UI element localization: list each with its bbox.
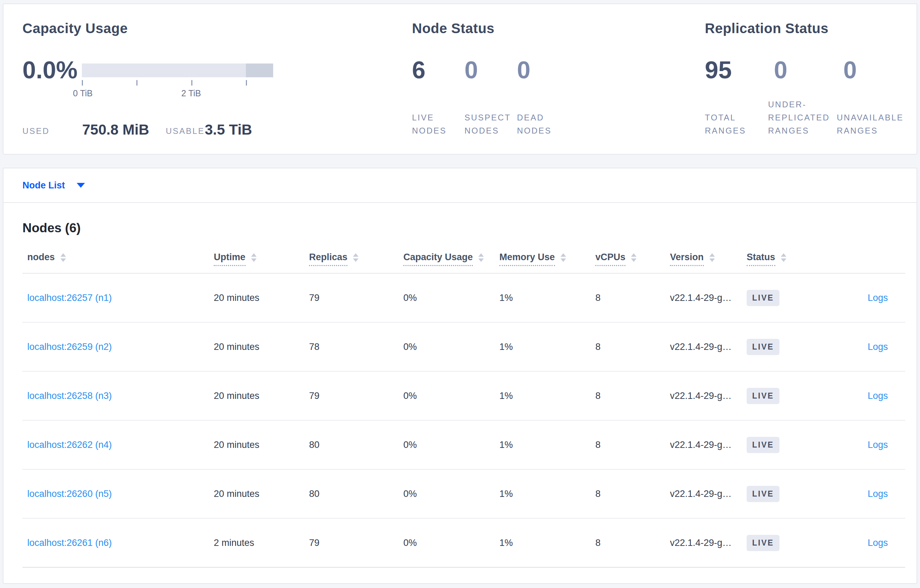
capacity-cell: 0% xyxy=(403,371,499,420)
suspect-nodes-value: 0 xyxy=(465,58,478,82)
vcpus-cell: 8 xyxy=(595,322,670,371)
replicas-cell: 79 xyxy=(309,518,403,567)
node-link[interactable]: localhost:26262 (n4) xyxy=(27,439,112,450)
dead-nodes-value: 0 xyxy=(517,58,530,82)
dead-nodes-label: DEAD NODES xyxy=(517,111,552,137)
nodes-table-section: Nodes (6) nodes Uptime Replicas Capacity… xyxy=(3,221,917,568)
replicas-cell: 79 xyxy=(309,371,403,420)
sort-icon[interactable] xyxy=(251,253,257,262)
sort-icon[interactable] xyxy=(781,253,786,262)
version-cell: v22.1.4-29-g… xyxy=(670,322,747,371)
table-row: localhost:26262 (n4) 20 minutes 80 0% 1%… xyxy=(23,420,905,469)
column-header-status[interactable]: Status xyxy=(747,252,775,266)
logs-link[interactable]: Logs xyxy=(868,342,888,352)
vcpus-cell: 8 xyxy=(595,469,670,518)
node-list-dropdown[interactable]: Node List xyxy=(3,168,917,203)
capacity-usage-title: Capacity Usage xyxy=(23,21,128,36)
version-cell: v22.1.4-29-g… xyxy=(670,420,747,469)
column-header-capacity-usage[interactable]: Capacity Usage xyxy=(403,252,473,266)
column-header-uptime[interactable]: Uptime xyxy=(214,252,246,266)
vcpus-cell: 8 xyxy=(595,420,670,469)
memory-cell: 1% xyxy=(499,420,595,469)
total-ranges-label: TOTAL RANGES xyxy=(705,111,746,137)
memory-cell: 1% xyxy=(499,518,595,567)
unavailable-ranges-value: 0 xyxy=(843,58,857,82)
logs-link[interactable]: Logs xyxy=(868,489,888,499)
status-badge: LIVE xyxy=(747,486,779,502)
status-badge: LIVE xyxy=(747,388,779,404)
vcpus-cell: 8 xyxy=(595,518,670,567)
capacity-cell: 0% xyxy=(403,469,499,518)
sort-icon[interactable] xyxy=(353,253,358,262)
table-row: localhost:26261 (n6) 2 minutes 79 0% 1% … xyxy=(23,518,905,567)
sort-icon[interactable] xyxy=(560,253,566,262)
suspect-nodes-label: SUSPECT NODES xyxy=(465,111,511,137)
replicas-cell: 80 xyxy=(309,469,403,518)
table-row: localhost:26260 (n5) 20 minutes 80 0% 1%… xyxy=(23,469,905,518)
column-header-nodes[interactable]: nodes xyxy=(27,252,55,262)
sort-icon[interactable] xyxy=(478,253,484,262)
column-header-version[interactable]: Version xyxy=(670,252,704,266)
capacity-gauge: 0 TiB 2 TiB xyxy=(82,63,273,105)
version-cell: v22.1.4-29-g… xyxy=(670,469,747,518)
uptime-cell: 20 minutes xyxy=(214,322,309,371)
live-nodes-value: 6 xyxy=(412,58,426,82)
sort-icon[interactable] xyxy=(60,253,66,262)
version-cell: v22.1.4-29-g… xyxy=(670,518,747,567)
sort-icon[interactable] xyxy=(709,253,715,262)
node-list-dropdown-label[interactable]: Node List xyxy=(23,180,65,191)
node-link[interactable]: localhost:26257 (n1) xyxy=(27,292,112,303)
replicas-cell: 79 xyxy=(309,273,403,322)
capacity-cell: 0% xyxy=(403,420,499,469)
table-row: localhost:26259 (n2) 20 minutes 78 0% 1%… xyxy=(23,322,905,371)
usable-value: 3.5 TiB xyxy=(205,121,252,138)
replicas-cell: 80 xyxy=(309,420,403,469)
node-link[interactable]: localhost:26258 (n3) xyxy=(27,391,112,401)
logs-link[interactable]: Logs xyxy=(868,292,888,303)
nodes-table: nodes Uptime Replicas Capacity Usage Mem… xyxy=(23,235,905,568)
status-badge: LIVE xyxy=(747,437,779,453)
capacity-cell: 0% xyxy=(403,273,499,322)
used-value: 750.8 MiB xyxy=(82,121,149,138)
node-link[interactable]: localhost:26259 (n2) xyxy=(27,342,112,352)
table-row: localhost:26257 (n1) 20 minutes 79 0% 1%… xyxy=(23,273,905,322)
capacity-gauge-bar-tail xyxy=(246,63,273,77)
uptime-cell: 2 minutes xyxy=(214,518,309,567)
memory-cell: 1% xyxy=(499,469,595,518)
sort-icon[interactable] xyxy=(631,253,637,262)
capacity-cell: 0% xyxy=(403,322,499,371)
usable-label: USABLE xyxy=(166,126,205,136)
column-header-vcpus[interactable]: vCPUs xyxy=(595,252,625,266)
column-header-replicas[interactable]: Replicas xyxy=(309,252,347,266)
vcpus-cell: 8 xyxy=(595,371,670,420)
capacity-percent-value: 0.0% xyxy=(23,58,78,82)
vcpus-cell: 8 xyxy=(595,273,670,322)
logs-link[interactable]: Logs xyxy=(868,391,888,401)
memory-cell: 1% xyxy=(499,371,595,420)
axis-tick xyxy=(136,80,138,86)
uptime-cell: 20 minutes xyxy=(214,371,309,420)
cluster-summary-panel: Capacity Usage 0.0% 0 TiB 2 TiB USED 750… xyxy=(3,3,917,155)
under-replicated-ranges-label: UNDER- REPLICATED RANGES xyxy=(768,98,830,137)
node-link[interactable]: localhost:26260 (n5) xyxy=(27,489,112,499)
live-nodes-label: LIVE NODES xyxy=(412,111,447,137)
logs-link[interactable]: Logs xyxy=(868,439,888,450)
unavailable-ranges-label: UNAVAILABLE RANGES xyxy=(837,111,904,137)
version-cell: v22.1.4-29-g… xyxy=(670,273,747,322)
node-link[interactable]: localhost:26261 (n6) xyxy=(27,538,112,548)
logs-link[interactable]: Logs xyxy=(868,538,888,548)
memory-cell: 1% xyxy=(499,273,595,322)
replicas-cell: 78 xyxy=(309,322,403,371)
axis-tick xyxy=(191,80,192,86)
column-header-memory-use[interactable]: Memory Use xyxy=(499,252,555,266)
axis-tick xyxy=(246,80,247,86)
version-cell: v22.1.4-29-g… xyxy=(670,371,747,420)
uptime-cell: 20 minutes xyxy=(214,469,309,518)
used-label: USED xyxy=(23,126,50,136)
status-badge: LIVE xyxy=(747,290,779,306)
capacity-cell: 0% xyxy=(403,518,499,567)
uptime-cell: 20 minutes xyxy=(214,420,309,469)
total-ranges-value: 95 xyxy=(705,58,732,82)
status-badge: LIVE xyxy=(747,339,779,355)
chevron-down-icon[interactable] xyxy=(77,183,85,188)
